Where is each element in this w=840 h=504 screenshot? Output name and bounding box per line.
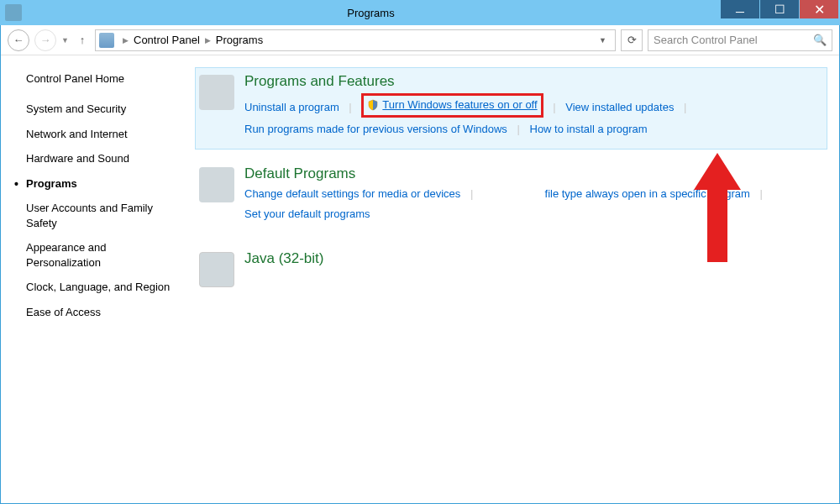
address-dropdown[interactable]: ▼	[594, 36, 612, 45]
sidebar-item-ease-of-access[interactable]: Ease of Access	[26, 305, 181, 320]
control-panel-icon	[99, 33, 114, 48]
sidebar-item-appearance[interactable]: Appearance and Personalization	[26, 240, 181, 270]
minimize-button[interactable]	[721, 0, 759, 18]
breadcrumb-current[interactable]: Programs	[214, 34, 265, 46]
sidebar-item-programs[interactable]: Programs	[26, 176, 181, 192]
body: Control Panel Home System and Security N…	[1, 55, 839, 503]
breadcrumb-sep: ▶	[119, 36, 132, 45]
refresh-button[interactable]: ⟳	[621, 29, 643, 51]
window-controls	[720, 0, 838, 18]
sidebar-item-user-accounts[interactable]: User Accounts and Family Safety	[26, 201, 181, 230]
close-button[interactable]	[800, 0, 838, 18]
titlebar: Programs	[0, 0, 840, 25]
content: Programs and Features Uninstall a progra…	[190, 55, 839, 503]
run-previous-versions-link[interactable]: Run programs made for previous versions …	[244, 121, 507, 139]
sidebar-item-hardware-sound[interactable]: Hardware and Sound	[26, 151, 181, 166]
address-bar[interactable]: ▶ Control Panel ▶ Programs ▼	[95, 29, 616, 51]
default-programs-icon	[199, 167, 234, 202]
history-dropdown[interactable]: ▼	[61, 36, 70, 45]
section-programs-features: Programs and Features Uninstall a progra…	[195, 67, 827, 150]
up-button[interactable]: ↑	[75, 33, 90, 48]
window-title: Programs	[22, 7, 720, 19]
breadcrumb-root[interactable]: Control Panel	[132, 34, 202, 46]
view-installed-updates-link[interactable]: View installed updates	[565, 99, 674, 117]
back-button[interactable]: ←	[8, 29, 29, 51]
breadcrumb-sep: ▶	[202, 36, 214, 45]
annotation-arrow	[694, 153, 741, 262]
maximize-button[interactable]	[760, 0, 799, 18]
programs-features-icon	[199, 75, 234, 110]
change-default-settings-link[interactable]: Change default settings for media or dev…	[244, 186, 460, 203]
sidebar-item-clock-language[interactable]: Clock, Language, and Region	[26, 280, 181, 295]
programs-features-title[interactable]: Programs and Features	[244, 73, 820, 90]
sidebar-item-system-security[interactable]: System and Security	[26, 102, 181, 117]
forward-button[interactable]: →	[34, 29, 56, 51]
turn-windows-features-link[interactable]: Turn Windows features on or off	[382, 97, 537, 114]
search-box[interactable]: Search Control Panel 🔍	[648, 29, 832, 51]
sidebar: Control Panel Home System and Security N…	[1, 55, 190, 503]
search-placeholder: Search Control Panel	[654, 34, 758, 46]
sidebar-home[interactable]: Control Panel Home	[26, 72, 181, 85]
annotation-highlight-box: Turn Windows features on or off	[361, 93, 543, 118]
shield-icon	[367, 99, 379, 111]
set-default-programs-link[interactable]: Set your default programs	[244, 206, 370, 223]
how-to-install-link[interactable]: How to install a program	[530, 121, 648, 139]
window-frame: ← → ▼ ↑ ▶ Control Panel ▶ Programs ▼ ⟳ S…	[0, 25, 840, 504]
system-icon	[5, 4, 22, 21]
search-icon: 🔍	[813, 34, 827, 46]
sidebar-item-network-internet[interactable]: Network and Internet	[26, 127, 181, 142]
navbar: ← → ▼ ↑ ▶ Control Panel ▶ Programs ▼ ⟳ S…	[1, 25, 839, 55]
uninstall-program-link[interactable]: Uninstall a program	[244, 99, 339, 117]
java-icon	[199, 252, 234, 287]
